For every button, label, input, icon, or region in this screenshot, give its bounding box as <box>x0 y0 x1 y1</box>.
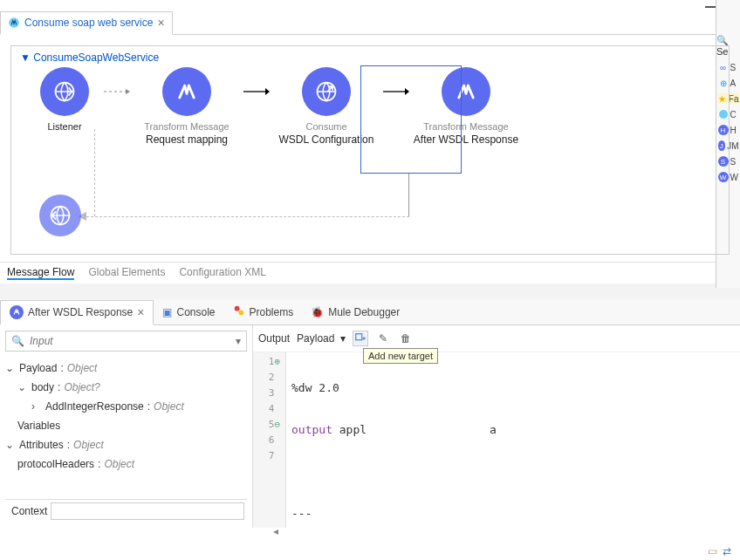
transform-icon-2 <box>442 67 490 116</box>
code-editor[interactable]: 1⊕ 2 3 4 5⊖ 6 7 %dw 2.0 output appl a --… <box>253 352 740 528</box>
svg-point-12 <box>234 306 239 311</box>
editor-tab-label: Consume soap web service <box>24 17 153 29</box>
context-row: Context <box>5 499 247 522</box>
trash-icon[interactable]: 🗑 <box>398 331 414 346</box>
output-target-dropdown[interactable]: Payload ▾ <box>297 332 346 345</box>
node-listener-type: Listener <box>47 121 81 132</box>
node-listener[interactable]: Listener <box>25 67 104 132</box>
panel-tab-console[interactable]: ▣ Console <box>154 302 223 323</box>
input-tree: ⌄Payload : Object ⌄body : Object? ›AddIn… <box>5 359 247 474</box>
node-transform-response[interactable]: Transform Message After WSDL Response <box>409 67 523 146</box>
editor-tab-bar: Consume soap web service × <box>0 14 740 35</box>
mule-logo-icon <box>8 17 20 29</box>
tree-addintresp[interactable]: ›AddIntegerResponse : Object <box>5 397 247 416</box>
node-consume-type: Consume <box>305 121 346 132</box>
tab-message-flow[interactable]: Message Flow <box>7 266 74 280</box>
tree-payload[interactable]: ⌄Payload : Object <box>5 359 247 378</box>
dotted-connector-icon <box>104 67 130 116</box>
problems-icon <box>233 304 245 319</box>
tree-body[interactable]: ⌄body : Object? <box>5 378 247 397</box>
node-transform-response-type: Transform Message <box>423 121 508 132</box>
bug-icon: 🐞 <box>311 306 324 318</box>
arrow-icon-2 <box>383 67 409 116</box>
panel-tab-bar: After WSDL Response × ▣ Console Problems… <box>0 299 740 325</box>
tab-global-elements[interactable]: Global Elements <box>88 266 165 280</box>
add-target-button[interactable] <box>353 331 368 346</box>
panel-body: 🔍 ▾ ⌄Payload : Object ⌄body : Object? ›A… <box>0 325 740 528</box>
svg-rect-14 <box>356 334 362 340</box>
consume-icon <box>302 67 351 116</box>
node-transform-request[interactable]: Transform Message Request mapping <box>130 67 243 146</box>
tree-variables[interactable]: Variables <box>5 416 247 435</box>
dotted-hline <box>82 216 409 217</box>
console-icon: ▣ <box>162 306 172 318</box>
context-field[interactable] <box>51 502 244 520</box>
close-panel-tab-icon[interactable]: × <box>137 305 144 319</box>
input-search[interactable]: 🔍 ▾ <box>5 331 247 352</box>
horizontal-scrollbar[interactable]: ◂ <box>273 525 731 536</box>
status-bar: ▭ ⇄ <box>699 543 740 560</box>
flow-title[interactable]: ConsumeSoapWebService <box>20 51 159 64</box>
output-panel: Output Payload ▾ ✎ 🗑 Add new target 1⊕ 2… <box>253 325 740 528</box>
output-toolbar: Output Payload ▾ ✎ 🗑 Add new target <box>253 325 740 352</box>
tree-protoheaders[interactable]: protocolHeaders : Object <box>5 454 247 474</box>
listener-icon <box>40 67 89 116</box>
context-label: Context <box>8 503 51 519</box>
solid-drop-line <box>408 174 409 217</box>
tab-configuration-xml[interactable]: Configuration XML <box>179 266 265 280</box>
close-tab-icon[interactable]: × <box>157 16 164 30</box>
flow-nodes-row: Listener Transform Message Request mappi… <box>25 67 523 146</box>
input-panel: 🔍 ▾ ⌄Payload : Object ⌄body : Object? ›A… <box>0 325 253 528</box>
edit-icon[interactable]: ✎ <box>375 331 391 346</box>
transform-pill-icon <box>10 305 24 319</box>
output-label: Output <box>258 332 290 345</box>
add-target-tooltip: Add new target <box>363 348 438 364</box>
flow-container: ConsumeSoapWebService Listener Transform… <box>10 45 730 255</box>
code-gutter: 1⊕ 2 3 4 5⊖ 6 7 <box>253 352 286 528</box>
input-search-field[interactable] <box>28 334 232 348</box>
node-consume-label: WSDL Configuration <box>279 133 374 146</box>
dotted-line-1 <box>94 129 95 216</box>
panel-tab-after-wsdl[interactable]: After WSDL Response × <box>0 300 154 325</box>
editor-sub-tabs: Message Flow Global Elements Configurati… <box>0 262 740 283</box>
transform-icon <box>162 67 211 116</box>
panel-tab-problems[interactable]: Problems <box>224 300 303 324</box>
minimize-icon[interactable] <box>705 5 716 8</box>
flow-canvas[interactable]: ConsumeSoapWebService Listener Transform… <box>0 35 740 262</box>
tree-attributes[interactable]: ⌄Attributes : Object <box>5 435 247 454</box>
node-transform-response-label: After WSDL Response <box>414 133 518 146</box>
svg-point-13 <box>238 310 243 315</box>
code-content[interactable]: %dw 2.0 output appl a --- { "results": p… <box>286 352 740 528</box>
node-consume[interactable]: Consume WSDL Configuration <box>270 67 383 146</box>
search-dropdown-icon[interactable]: ▾ <box>236 335 241 347</box>
node-transform-request-type: Transform Message <box>144 121 229 132</box>
panel-tab-mule-debugger[interactable]: 🐞 Mule Debugger <box>302 302 408 323</box>
status-link-icon[interactable]: ⇄ <box>723 545 731 557</box>
status-overview-icon[interactable]: ▭ <box>708 545 717 557</box>
globe-return-icon <box>39 195 81 236</box>
editor-tab-consume-soap[interactable]: Consume soap web service × <box>0 11 173 35</box>
node-transform-request-label: Request mapping <box>146 133 228 146</box>
node-response-return[interactable] <box>39 195 81 236</box>
search-icon: 🔍 <box>11 335 24 347</box>
arrow-icon <box>243 67 270 116</box>
panel-tab-label: After WSDL Response <box>28 306 133 318</box>
